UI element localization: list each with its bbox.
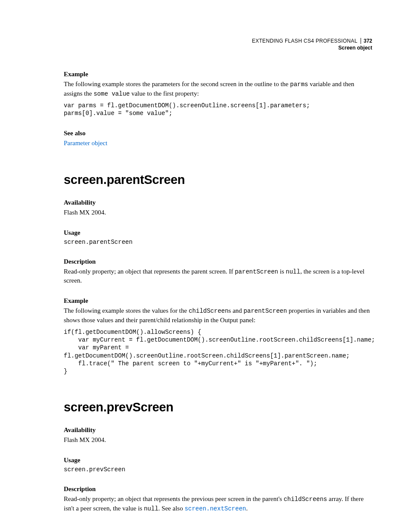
example-description: The following example stores the paramet… <box>64 80 372 98</box>
inline-code: null <box>286 268 300 275</box>
text-fragment: . <box>246 505 248 512</box>
description-text: Read-only property; an object that repre… <box>64 267 372 286</box>
heading-description: Description <box>64 485 372 493</box>
heading-availability: Availability <box>64 426 372 434</box>
api-title-prevscreen: screen.prevScreen <box>64 400 372 414</box>
heading-usage: Usage <box>64 229 372 236</box>
inline-code: parentScreen <box>243 308 287 314</box>
usage-code: screen.parentScreen <box>64 238 372 246</box>
text-fragment: The following example stores the values … <box>64 307 189 314</box>
code-block: if(fl.getDocumentDOM().allowScreens) { v… <box>64 328 372 375</box>
heading-description: Description <box>64 258 372 265</box>
inline-code: some value <box>93 90 130 97</box>
header-title-line: EXTENDING FLASH CS4 PROFESSIONAL 372 <box>252 38 372 45</box>
heading-example: Example <box>64 71 372 78</box>
heading-usage: Usage <box>64 457 372 464</box>
text-fragment: . See also <box>159 505 185 512</box>
chapter-title: Screen object <box>252 45 372 52</box>
heading-example: Example <box>64 297 372 305</box>
example-description: The following example stores the values … <box>64 306 372 325</box>
inline-code: childScreens <box>283 496 327 503</box>
link-nextscreen[interactable]: screen.nextScreen <box>184 505 246 512</box>
availability-text: Flash MX 2004. <box>64 208 372 217</box>
inline-code: null <box>144 505 159 512</box>
seealso-links: Parameter object <box>64 139 372 148</box>
description-text: Read-only property; an object that repre… <box>64 495 372 513</box>
availability-text: Flash MX 2004. <box>64 436 372 445</box>
page-header: EXTENDING FLASH CS4 PROFESSIONAL 372 Scr… <box>252 38 372 51</box>
text-fragment: Read-only property; an object that repre… <box>64 495 283 502</box>
heading-availability: Availability <box>64 199 372 206</box>
text-fragment: value to the first property: <box>130 90 199 97</box>
inline-code: parms <box>290 81 308 88</box>
text-fragment: is <box>278 268 286 275</box>
document-page: EXTENDING FLASH CS4 PROFESSIONAL 372 Scr… <box>0 0 411 532</box>
code-block: var parms = fl.getDocumentDOM().screenOu… <box>64 102 372 117</box>
book-title: EXTENDING FLASH CS4 PROFESSIONAL <box>252 38 358 44</box>
inline-code: parentScreen <box>235 268 278 275</box>
page-number: 372 <box>361 38 372 44</box>
api-title-parentscreen: screen.parentScreen <box>64 173 372 187</box>
usage-code: screen.prevScreen <box>64 466 372 473</box>
text-fragment: The following example stores the paramet… <box>64 81 290 87</box>
inline-code: childScreen <box>189 308 228 314</box>
heading-seealso: See also <box>64 130 372 137</box>
text-fragment: s and <box>228 307 243 314</box>
text-fragment: Read-only property; an object that repre… <box>64 268 235 275</box>
link-parameter-object[interactable]: Parameter object <box>64 140 107 146</box>
